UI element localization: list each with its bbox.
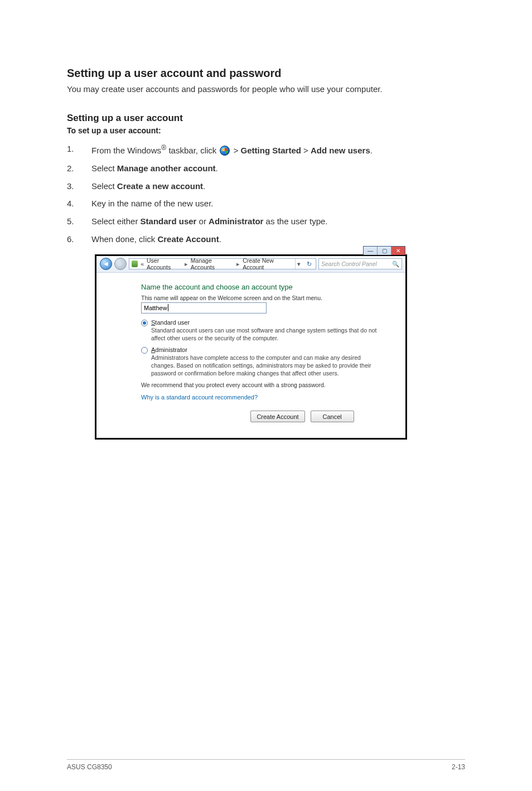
account-name-value: Matthew <box>144 305 167 311</box>
step-2: 2. Select Manage another account. <box>67 162 465 175</box>
step-6: 6. When done, click Create Account. <box>67 233 465 245</box>
step-text: . <box>370 146 373 155</box>
page-footer: ASUS CG8350 2-13 <box>67 759 465 771</box>
option-standard-user[interactable]: Standard user Standard account users can… <box>141 319 385 342</box>
address-dropdown[interactable]: ▾ <box>295 259 302 269</box>
step-text: or <box>196 216 209 226</box>
breadcrumb-sep: ▸ <box>185 261 188 267</box>
control-panel-icon <box>132 261 138 267</box>
account-name-input[interactable]: Matthew <box>141 302 267 313</box>
step-number: 3. <box>67 180 91 192</box>
step-text: Select either <box>91 216 141 226</box>
text-cursor <box>168 304 168 311</box>
option-label: Administrator <box>151 346 385 353</box>
why-standard-link[interactable]: Why is a standard account recommended? <box>141 394 385 401</box>
close-button[interactable]: ✕ <box>391 247 405 255</box>
start-orb-icon <box>220 146 230 156</box>
option-administrator[interactable]: Administrator Administrators have comple… <box>141 346 385 378</box>
option-label: Standard user <box>151 319 385 326</box>
control-panel-window: — ▢ ✕ ◄ ► « User Accounts ▸ Manage Accou… <box>95 254 407 440</box>
step-bold: Standard user <box>141 216 197 226</box>
step-number: 1. <box>67 143 91 155</box>
step-text: From the Windows <box>91 146 161 155</box>
content-hint: This name will appear on the Welcome scr… <box>141 295 385 301</box>
step-4: 4. Key in the name of the new user. <box>67 197 465 210</box>
step-bold: Add new users <box>311 146 370 155</box>
search-input[interactable]: Search Control Panel 🔍 <box>318 258 402 269</box>
radio-administrator[interactable] <box>141 347 148 354</box>
step-bold: Create Account <box>157 234 219 244</box>
steps-list: 1. From the Windows® taskbar, click > Ge… <box>67 143 465 245</box>
footer-left: ASUS CG8350 <box>67 763 112 771</box>
step-text: taskbar, click <box>166 146 219 155</box>
option-description: Standard account users can use most soft… <box>151 326 385 342</box>
step-1: 1. From the Windows® taskbar, click > Ge… <box>67 143 465 157</box>
step-number: 5. <box>67 215 91 228</box>
nav-forward-button[interactable]: ► <box>114 258 127 270</box>
step-5: 5. Select either Standard user or Admini… <box>67 215 465 228</box>
search-icon: 🔍 <box>392 261 399 268</box>
reg-mark: ® <box>161 144 166 152</box>
screenshot: — ▢ ✕ ◄ ► « User Accounts ▸ Manage Accou… <box>95 254 407 440</box>
step-text: Select <box>91 163 117 173</box>
step-text: Key in the name of the new user. <box>91 197 465 210</box>
option-description: Administrators have complete access to t… <box>151 354 385 378</box>
step-text: . <box>216 163 218 173</box>
step-number: 2. <box>67 162 91 175</box>
nav-bar: ◄ ► « User Accounts ▸ Manage Accounts ▸ … <box>96 256 405 273</box>
search-placeholder: Search Control Panel <box>321 261 377 267</box>
step-text: Select <box>91 181 117 191</box>
step-text: When done, click <box>91 234 157 244</box>
address-bar[interactable]: « User Accounts ▸ Manage Accounts ▸ Crea… <box>129 258 316 269</box>
cancel-button[interactable]: Cancel <box>311 411 354 422</box>
footer-right: 2-13 <box>452 763 465 771</box>
section-heading: Setting up a user account and password <box>67 67 465 80</box>
breadcrumb-pre: « <box>141 261 144 267</box>
breadcrumb-item[interactable]: User Accounts <box>147 257 182 271</box>
nav-back-button[interactable]: ◄ <box>100 258 112 270</box>
step-3: 3. Select Create a new account. <box>67 180 465 192</box>
window-content: Name the account and choose an account t… <box>96 273 405 438</box>
step-text: > <box>231 146 240 155</box>
step-number: 6. <box>67 233 91 245</box>
step-text: > <box>301 146 311 155</box>
step-text: . <box>203 181 205 191</box>
step-bold: Getting Started <box>241 146 301 155</box>
step-text: . <box>219 234 221 244</box>
breadcrumb-item[interactable]: Create New Account <box>243 257 292 271</box>
step-text: as the user type. <box>263 216 327 226</box>
radio-standard-user[interactable] <box>141 320 148 326</box>
step-bold: Create a new account <box>117 181 203 191</box>
refresh-button[interactable]: ↻ <box>305 261 313 267</box>
subsection-heading: Setting up a user account <box>67 113 465 124</box>
button-row: Create Account Cancel <box>141 411 385 422</box>
content-title: Name the account and choose an account t… <box>141 283 385 291</box>
breadcrumb-item[interactable]: Manage Accounts <box>191 257 234 271</box>
minimize-button[interactable]: — <box>364 247 377 255</box>
section-intro: You may create user accounts and passwor… <box>67 84 465 94</box>
step-number: 4. <box>67 197 91 210</box>
recommendation-text: We recommend that you protect every acco… <box>141 382 385 388</box>
create-account-button[interactable]: Create Account <box>250 411 304 422</box>
subsection-lead: To set up a user account: <box>67 126 465 135</box>
maximize-button[interactable]: ▢ <box>377 247 391 255</box>
step-bold: Administrator <box>209 216 263 226</box>
breadcrumb-sep: ▸ <box>236 261 240 267</box>
step-bold: Manage another account <box>117 163 216 173</box>
window-titlebar: — ▢ ✕ <box>363 246 405 255</box>
